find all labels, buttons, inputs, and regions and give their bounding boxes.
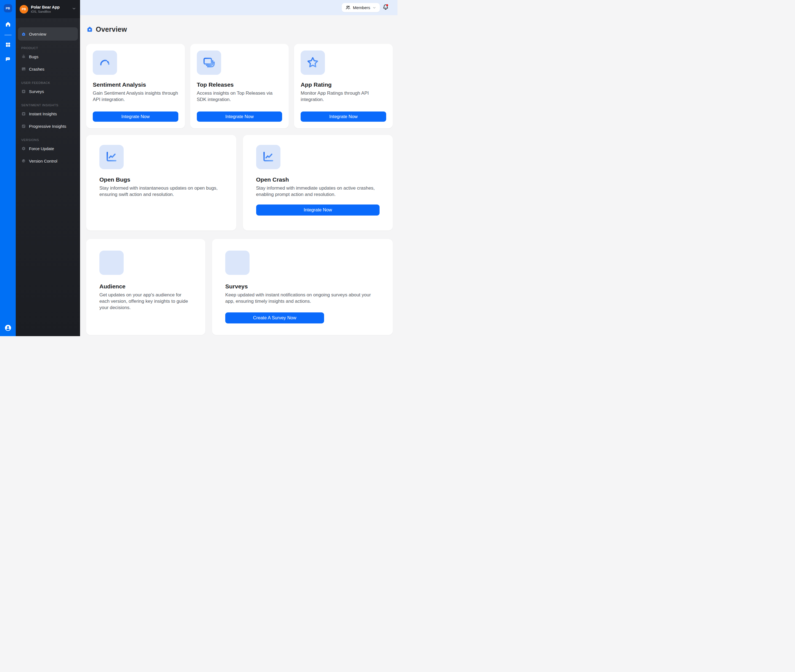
workspace-badge[interactable]: PB [4,4,12,13]
line-chart-icon [256,145,280,169]
sidebar-item-label: Progressive Insights [29,124,66,129]
section-label-user-feedback: USER FEEDBACK [21,81,78,85]
card-title: Audience [99,283,192,290]
link-square-icon [21,124,26,129]
members-button[interactable]: Members [342,3,380,12]
card-description: Gain Sentiment Analysis insights through… [93,90,178,102]
sidebar-item-force-update[interactable]: Force Update [18,142,78,155]
sidebar-item-overview[interactable]: Overview [18,27,78,40]
card-title: Surveys [225,283,380,290]
card-title: App Rating [301,82,386,88]
section-label-versions: VERSIONS [21,138,78,142]
app-platform: iOS, SandBox [31,10,59,13]
section-label-sentiment-insights: SENTIMENT INSIGHTS [21,104,78,107]
app-avatar: PB [19,5,28,13]
card-description: Get updates on your app's audience for e… [99,292,192,311]
sidebar-item-surveys[interactable]: Surveys [18,85,78,98]
card-audience: Audience Get updates on your app's audie… [86,239,205,335]
sidebar-item-label: Bugs [29,54,38,59]
card-description: Access insights on Top Releases via SDK … [197,90,282,102]
card-description: Keep updated with instant notifications … [225,292,380,304]
members-label: Members [353,5,370,10]
rail-divider [5,35,11,35]
line-chart-icon [99,145,123,169]
notifications-bell-icon[interactable] [382,3,389,11]
chat-icon[interactable] [5,56,11,62]
bug-icon [21,54,26,59]
main-area: Members Overview [80,0,398,336]
overview-page-icon [86,26,93,33]
card-description: Monitor App Ratings through API integrat… [301,90,386,102]
sidebar-item-bugs[interactable]: Bugs [18,51,78,63]
card-top-releases: Top Releases Access insights on Top Rele… [190,44,289,128]
home-smart-icon [21,32,26,37]
integrate-now-button[interactable]: Integrate Now [93,112,178,122]
star-square-icon [21,89,26,94]
card-description: Stay informed with immediate updates on … [256,185,380,198]
page-title: Overview [96,26,127,34]
sidebar-item-label: Version Control [29,159,58,163]
sidebar-item-instant-insights[interactable]: Instant Insights [18,108,78,120]
gauge-arc-icon [93,51,117,75]
top-header-band: Members [80,0,398,15]
sidebar-item-label: Surveys [29,89,44,94]
card-title: Open Crash [256,176,380,183]
sidebar-item-crashes[interactable]: Crashes [18,63,78,75]
sidebar-item-progressive-insights[interactable]: Progressive Insights [18,120,78,133]
card-surveys: Surveys Keep updated with instant notifi… [212,239,393,335]
stacked-windows-icon [197,51,221,75]
cube-icon [21,159,26,163]
card-open-crash: Open Crash Stay informed with immediate … [243,135,393,230]
user-avatar[interactable] [5,325,11,331]
card-title: Top Releases [197,82,282,88]
card-app-rating: App Rating Monitor App Ratings through A… [294,44,393,128]
sidebar-item-label: Overview [29,32,46,37]
chevron-down-icon [72,6,76,12]
home-icon[interactable] [5,21,11,27]
app-name: Polar Bear App [31,5,59,10]
list-lines-icon [225,251,250,275]
card-description: Stay informed with instantaneous updates… [99,185,223,198]
sidebar: PB Polar Bear App iOS, SandBox Overview … [16,0,80,336]
integrate-now-button[interactable]: Integrate Now [197,112,282,122]
app-switcher[interactable]: PB Polar Bear App iOS, SandBox [16,0,80,18]
sidebar-item-label: Instant Insights [29,112,57,116]
card-title: Open Bugs [99,176,223,183]
integrate-now-button[interactable]: Integrate Now [301,112,386,122]
card-open-bugs: Open Bugs Stay informed with instantaneo… [86,135,236,230]
crash-window-icon [21,67,26,72]
section-label-product: PRODUCT [21,46,78,50]
heart-square-icon [21,112,26,116]
app-rail: PB [0,0,16,336]
sidebar-item-version-control[interactable]: Version Control [18,155,78,167]
sidebar-item-label: Force Update [29,146,54,151]
hexagon-up-arrow-icon [21,146,26,151]
card-title: Sentiment Analysis [93,82,178,88]
card-sentiment-analysis: Sentiment Analysis Gain Sentiment Analys… [86,44,185,128]
sidebar-item-label: Crashes [29,67,45,72]
bar-chart-icon [99,251,123,275]
apps-grid-icon[interactable] [5,42,11,48]
create-survey-button[interactable]: Create A Survey Now [225,312,324,323]
chevron-down-icon [372,6,376,10]
star-outline-icon [301,51,325,75]
people-icon [345,5,351,10]
integrate-now-button[interactable]: Integrate Now [256,205,380,216]
